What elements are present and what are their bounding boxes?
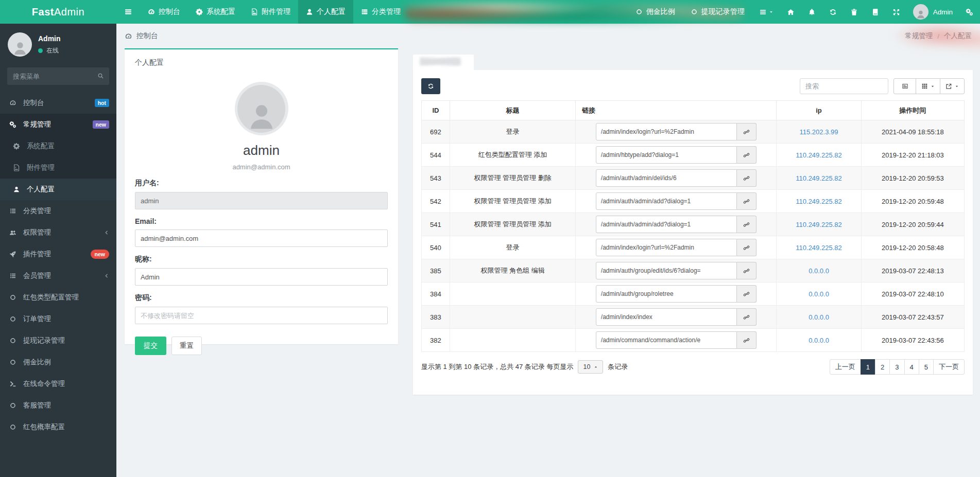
link-input[interactable] bbox=[596, 192, 737, 210]
column-header[interactable]: 标题 bbox=[450, 101, 576, 120]
nickname-field[interactable] bbox=[135, 268, 388, 286]
clear-cache-button[interactable] bbox=[844, 0, 865, 24]
sidebar-item[interactable]: 佣金比例 bbox=[0, 351, 116, 373]
ip-link[interactable]: 110.249.225.82 bbox=[796, 198, 841, 205]
sidebar-item[interactable]: 提现记录管理 bbox=[0, 330, 116, 351]
cell-link bbox=[576, 329, 777, 352]
navbar-tab[interactable]: 附件管理 bbox=[243, 0, 298, 24]
sidebar-item[interactable]: 附件管理 bbox=[0, 157, 116, 179]
page-number-button[interactable]: 1 bbox=[861, 359, 875, 375]
link-input[interactable] bbox=[596, 285, 737, 303]
password-field[interactable] bbox=[135, 307, 388, 324]
cell-title: 权限管理 管理员管理 删除 bbox=[450, 167, 576, 190]
navbar-tab[interactable]: 个人配置 bbox=[298, 0, 353, 24]
reset-button[interactable]: 重置 bbox=[171, 337, 202, 355]
sidebar-item[interactable]: 红包类型配置管理 bbox=[0, 287, 116, 308]
column-header[interactable]: ip bbox=[777, 101, 861, 120]
refresh-button[interactable] bbox=[822, 0, 844, 24]
submit-button[interactable]: 提交 bbox=[135, 337, 166, 355]
open-link-button[interactable] bbox=[737, 285, 757, 303]
open-link-button[interactable] bbox=[737, 331, 757, 349]
navbar-tab[interactable]: 系统配置 bbox=[188, 0, 243, 24]
navbar-tab[interactable]: 提现记录管理 bbox=[683, 0, 752, 24]
export-button[interactable] bbox=[940, 78, 965, 94]
navbar-tab[interactable]: 分类管理 bbox=[353, 0, 408, 24]
sidebar-item[interactable]: 红包概率配置 bbox=[0, 416, 116, 438]
fullscreen-button[interactable] bbox=[886, 0, 907, 24]
ip-link[interactable]: 110.249.225.82 bbox=[796, 244, 841, 252]
sidebar-item[interactable]: 插件管理 new bbox=[0, 243, 116, 265]
link-input[interactable] bbox=[596, 239, 737, 256]
navbar-tab[interactable]: 佣金比例 bbox=[628, 0, 683, 24]
cell-title: 权限管理 管理员管理 添加 bbox=[450, 190, 576, 213]
next-page-button[interactable]: 下一页 bbox=[933, 359, 965, 375]
link-input[interactable] bbox=[596, 216, 737, 233]
columns-button[interactable] bbox=[916, 78, 940, 94]
link-input[interactable] bbox=[596, 169, 737, 187]
sidebar-item[interactable]: 分类管理 bbox=[0, 200, 116, 222]
sidebar-item[interactable]: 控制台 hot bbox=[0, 92, 116, 114]
link-input[interactable] bbox=[596, 331, 737, 349]
menu-search-input[interactable] bbox=[7, 67, 109, 85]
ip-link[interactable]: 115.202.3.99 bbox=[800, 128, 838, 136]
sidebar-item[interactable]: 客服管理 bbox=[0, 395, 116, 416]
table-search-input[interactable] bbox=[800, 78, 888, 94]
ip-link[interactable]: 110.249.225.82 bbox=[796, 151, 841, 159]
ip-link[interactable]: 0.0.0.0 bbox=[809, 290, 829, 298]
table-row: 382 0.0.0.0 bbox=[422, 329, 965, 352]
sidebar-item[interactable]: 权限管理 bbox=[0, 222, 116, 243]
ip-link[interactable]: 110.249.225.82 bbox=[796, 221, 841, 228]
profile-avatar[interactable] bbox=[235, 82, 288, 135]
home-button[interactable] bbox=[780, 0, 801, 24]
sidebar-item[interactable]: 常规管理 new bbox=[0, 114, 116, 135]
sidebar-item[interactable]: 订单管理 bbox=[0, 308, 116, 330]
column-header[interactable]: ID bbox=[422, 101, 450, 120]
column-header[interactable]: 操作时间 bbox=[861, 101, 964, 120]
ip-link[interactable]: 0.0.0.0 bbox=[809, 267, 829, 275]
sidebar-item[interactable]: 在线命令管理 bbox=[0, 373, 116, 395]
open-link-button[interactable] bbox=[737, 308, 757, 326]
menu-dropdown-button[interactable] bbox=[752, 0, 780, 24]
sidebar-item[interactable]: 个人配置 bbox=[0, 179, 116, 200]
log-tab[interactable] bbox=[413, 55, 474, 70]
link-input[interactable] bbox=[596, 308, 737, 326]
open-link-button[interactable] bbox=[737, 239, 757, 256]
open-link-button[interactable] bbox=[737, 146, 757, 164]
content-header: 控制台 常规管理 / 个人配置 bbox=[116, 24, 980, 48]
ip-link[interactable]: 0.0.0.0 bbox=[809, 313, 829, 321]
column-header[interactable]: 链接 bbox=[576, 101, 777, 120]
navbar-tab[interactable]: 控制台 bbox=[140, 0, 188, 24]
caret-down-icon bbox=[931, 84, 935, 89]
open-link-button[interactable] bbox=[737, 216, 757, 233]
open-link-button[interactable] bbox=[737, 192, 757, 210]
online-status: 在线 bbox=[38, 46, 61, 55]
page-number-button[interactable]: 3 bbox=[889, 359, 904, 375]
link-input[interactable] bbox=[596, 123, 737, 140]
ip-link[interactable]: 0.0.0.0 bbox=[809, 337, 829, 344]
link-input[interactable] bbox=[596, 146, 737, 164]
settings-button[interactable] bbox=[959, 0, 980, 24]
sidebar-toggle-button[interactable] bbox=[116, 0, 140, 24]
open-link-button[interactable] bbox=[737, 169, 757, 187]
language-button[interactable] bbox=[865, 0, 886, 24]
brand-logo[interactable]: FastAdmin bbox=[0, 0, 116, 24]
table-refresh-button[interactable] bbox=[421, 78, 440, 94]
detail-view-button[interactable] bbox=[893, 78, 916, 94]
open-link-button[interactable] bbox=[737, 262, 757, 279]
sidebar-item[interactable]: 会员管理 bbox=[0, 265, 116, 287]
prev-page-button[interactable]: 上一页 bbox=[830, 359, 861, 375]
page-number-button[interactable]: 2 bbox=[875, 359, 890, 375]
sidebar-item[interactable]: 系统配置 bbox=[0, 135, 116, 157]
email-field[interactable] bbox=[135, 229, 388, 247]
link-input[interactable] bbox=[596, 262, 737, 279]
per-page-dropdown[interactable]: 10 bbox=[578, 360, 603, 374]
main-content: 控制台 常规管理 / 个人配置 个人配置 admin admin@adm bbox=[116, 24, 980, 477]
refresh-icon bbox=[829, 8, 837, 16]
ip-link[interactable]: 110.249.225.82 bbox=[796, 174, 841, 182]
top-navbar: FastAdmin 控制台 系统配置 附件管理 个人配置 分类管理 bbox=[0, 0, 980, 24]
open-link-button[interactable] bbox=[737, 123, 757, 140]
user-menu[interactable]: Admin bbox=[907, 4, 959, 20]
page-number-button[interactable]: 5 bbox=[919, 359, 934, 375]
notifications-button[interactable] bbox=[801, 0, 822, 24]
page-number-button[interactable]: 4 bbox=[904, 359, 919, 375]
